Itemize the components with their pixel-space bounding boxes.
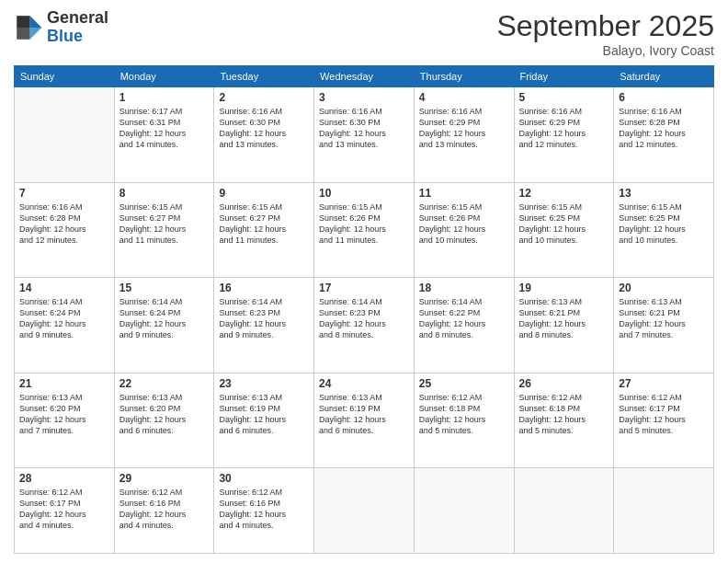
day-info: Sunrise: 6:12 AM Sunset: 6:18 PM Dayligh… [519, 392, 609, 437]
day-info: Sunrise: 6:17 AM Sunset: 6:31 PM Dayligh… [119, 106, 210, 151]
table-row: 11Sunrise: 6:15 AM Sunset: 6:26 PM Dayli… [414, 182, 514, 278]
calendar-header-row: Sunday Monday Tuesday Wednesday Thursday… [15, 66, 714, 87]
day-number: 15 [119, 282, 210, 294]
day-number: 10 [319, 187, 409, 200]
day-number: 26 [519, 377, 609, 390]
day-number: 6 [619, 91, 709, 104]
table-row: 18Sunrise: 6:14 AM Sunset: 6:22 PM Dayli… [414, 278, 514, 373]
day-info: Sunrise: 6:16 AM Sunset: 6:30 PM Dayligh… [219, 106, 309, 151]
table-row [614, 468, 714, 554]
svg-rect-3 [17, 28, 29, 40]
day-number: 14 [19, 282, 109, 294]
day-info: Sunrise: 6:15 AM Sunset: 6:25 PM Dayligh… [519, 201, 609, 247]
day-info: Sunrise: 6:16 AM Sunset: 6:29 PM Dayligh… [519, 106, 609, 151]
table-row: 20Sunrise: 6:13 AM Sunset: 6:21 PM Dayli… [614, 278, 714, 373]
day-number: 17 [319, 282, 409, 294]
day-info: Sunrise: 6:14 AM Sunset: 6:24 PM Dayligh… [19, 296, 109, 341]
table-row: 14Sunrise: 6:14 AM Sunset: 6:24 PM Dayli… [15, 278, 115, 373]
table-row: 24Sunrise: 6:13 AM Sunset: 6:19 PM Dayli… [314, 373, 415, 468]
day-info: Sunrise: 6:16 AM Sunset: 6:28 PM Dayligh… [19, 201, 109, 247]
col-wednesday: Wednesday [314, 66, 415, 87]
day-info: Sunrise: 6:13 AM Sunset: 6:20 PM Dayligh… [19, 392, 109, 437]
table-row: 2Sunrise: 6:16 AM Sunset: 6:30 PM Daylig… [214, 87, 314, 183]
col-monday: Monday [114, 66, 214, 87]
day-number: 22 [119, 377, 210, 390]
day-number: 2 [219, 91, 309, 104]
day-number: 11 [419, 187, 509, 200]
table-row [314, 468, 415, 554]
day-info: Sunrise: 6:13 AM Sunset: 6:21 PM Dayligh… [519, 296, 609, 341]
day-info: Sunrise: 6:14 AM Sunset: 6:23 PM Dayligh… [319, 296, 409, 341]
table-row: 16Sunrise: 6:14 AM Sunset: 6:23 PM Dayli… [214, 278, 314, 373]
day-info: Sunrise: 6:16 AM Sunset: 6:28 PM Dayligh… [619, 106, 709, 151]
day-info: Sunrise: 6:15 AM Sunset: 6:27 PM Dayligh… [219, 201, 309, 247]
table-row: 6Sunrise: 6:16 AM Sunset: 6:28 PM Daylig… [614, 87, 714, 183]
day-number: 3 [319, 91, 409, 104]
table-row [15, 87, 115, 183]
day-number: 4 [419, 91, 509, 104]
day-info: Sunrise: 6:12 AM Sunset: 6:18 PM Dayligh… [419, 392, 509, 437]
day-info: Sunrise: 6:15 AM Sunset: 6:26 PM Dayligh… [319, 201, 409, 247]
day-number: 5 [519, 91, 609, 104]
day-info: Sunrise: 6:15 AM Sunset: 6:27 PM Dayligh… [119, 201, 210, 247]
day-info: Sunrise: 6:13 AM Sunset: 6:19 PM Dayligh… [219, 392, 309, 437]
location: Balayo, Ivory Coast [496, 43, 714, 58]
day-info: Sunrise: 6:16 AM Sunset: 6:30 PM Dayligh… [319, 106, 409, 151]
table-row: 25Sunrise: 6:12 AM Sunset: 6:18 PM Dayli… [414, 373, 514, 468]
table-row: 23Sunrise: 6:13 AM Sunset: 6:19 PM Dayli… [214, 373, 314, 468]
title-block: September 2025 Balayo, Ivory Coast [496, 9, 714, 58]
day-number: 28 [19, 472, 109, 485]
day-number: 19 [519, 282, 609, 294]
table-row: 17Sunrise: 6:14 AM Sunset: 6:23 PM Dayli… [314, 278, 415, 373]
day-info: Sunrise: 6:12 AM Sunset: 6:16 PM Dayligh… [219, 487, 309, 532]
col-sunday: Sunday [15, 66, 115, 87]
day-number: 25 [419, 377, 509, 390]
logo: General Blue [14, 9, 108, 46]
logo-line2: Blue [47, 28, 108, 46]
calendar-table: Sunday Monday Tuesday Wednesday Thursday… [14, 65, 714, 554]
day-info: Sunrise: 6:13 AM Sunset: 6:21 PM Dayligh… [619, 296, 709, 341]
day-number: 16 [219, 282, 309, 294]
col-friday: Friday [514, 66, 614, 87]
table-row: 8Sunrise: 6:15 AM Sunset: 6:27 PM Daylig… [114, 182, 214, 278]
svg-rect-2 [17, 16, 29, 28]
day-number: 13 [619, 187, 709, 200]
table-row: 9Sunrise: 6:15 AM Sunset: 6:27 PM Daylig… [214, 182, 314, 278]
table-row: 4Sunrise: 6:16 AM Sunset: 6:29 PM Daylig… [414, 87, 514, 183]
day-number: 29 [119, 472, 210, 485]
day-info: Sunrise: 6:15 AM Sunset: 6:26 PM Dayligh… [419, 201, 509, 247]
page: General Blue September 2025 Balayo, Ivor… [0, 0, 728, 563]
logo-icon [14, 13, 43, 42]
day-number: 7 [19, 187, 109, 200]
table-row: 30Sunrise: 6:12 AM Sunset: 6:16 PM Dayli… [214, 468, 314, 554]
table-row [414, 468, 514, 554]
day-info: Sunrise: 6:12 AM Sunset: 6:16 PM Dayligh… [119, 487, 210, 532]
table-row: 27Sunrise: 6:12 AM Sunset: 6:17 PM Dayli… [614, 373, 714, 468]
svg-marker-0 [30, 16, 42, 28]
table-row: 19Sunrise: 6:13 AM Sunset: 6:21 PM Dayli… [514, 278, 614, 373]
table-row: 28Sunrise: 6:12 AM Sunset: 6:17 PM Dayli… [15, 468, 115, 554]
day-info: Sunrise: 6:15 AM Sunset: 6:25 PM Dayligh… [619, 201, 709, 247]
month-title: September 2025 [496, 9, 714, 43]
col-tuesday: Tuesday [214, 66, 314, 87]
table-row: 13Sunrise: 6:15 AM Sunset: 6:25 PM Dayli… [614, 182, 714, 278]
day-number: 12 [519, 187, 609, 200]
logo-text: General Blue [47, 9, 108, 46]
table-row: 5Sunrise: 6:16 AM Sunset: 6:29 PM Daylig… [514, 87, 614, 183]
day-number: 24 [319, 377, 409, 390]
table-row [514, 468, 614, 554]
day-number: 18 [419, 282, 509, 294]
table-row: 7Sunrise: 6:16 AM Sunset: 6:28 PM Daylig… [15, 182, 115, 278]
day-number: 9 [219, 187, 309, 200]
day-number: 23 [219, 377, 309, 390]
table-row: 10Sunrise: 6:15 AM Sunset: 6:26 PM Dayli… [314, 182, 415, 278]
day-number: 30 [219, 472, 309, 485]
table-row: 3Sunrise: 6:16 AM Sunset: 6:30 PM Daylig… [314, 87, 415, 183]
day-info: Sunrise: 6:14 AM Sunset: 6:24 PM Dayligh… [119, 296, 210, 341]
col-thursday: Thursday [414, 66, 514, 87]
day-number: 20 [619, 282, 709, 294]
day-number: 27 [619, 377, 709, 390]
day-info: Sunrise: 6:14 AM Sunset: 6:23 PM Dayligh… [219, 296, 309, 341]
day-info: Sunrise: 6:12 AM Sunset: 6:17 PM Dayligh… [619, 392, 709, 437]
table-row: 29Sunrise: 6:12 AM Sunset: 6:16 PM Dayli… [114, 468, 214, 554]
